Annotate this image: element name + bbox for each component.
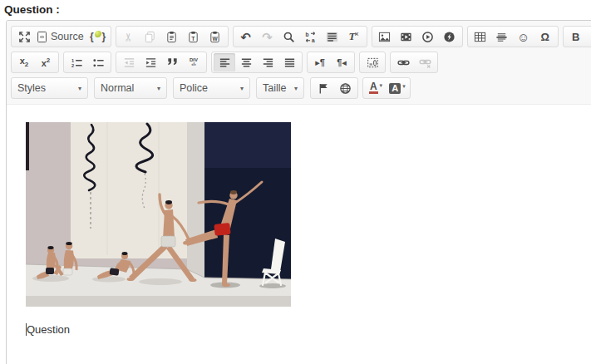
globe-icon — [339, 82, 352, 95]
flash-button[interactable] — [439, 27, 460, 46]
outdent-icon — [123, 57, 135, 69]
paste-word-icon: W — [209, 31, 221, 43]
paste-as-text-button[interactable]: T — [183, 27, 204, 46]
find-button[interactable] — [278, 27, 300, 46]
source-icon: ‹› — [36, 31, 48, 43]
source-button[interactable]: ‹›Source — [35, 27, 87, 46]
play-icon — [421, 31, 434, 43]
smiley-button[interactable]: ☺ — [513, 27, 534, 46]
remove-format-icon: T× — [349, 30, 359, 43]
align-left-icon — [219, 57, 231, 69]
toolbar-group — [390, 52, 438, 73]
styles-select-label: Styles — [17, 82, 46, 94]
align-justify-icon — [283, 57, 296, 69]
toolbar-group: A▾A▾ — [362, 77, 411, 99]
align-right-icon — [262, 57, 274, 69]
paste-button[interactable] — [161, 27, 183, 46]
align-center-button[interactable] — [235, 53, 257, 71]
media-embed-button[interactable] — [396, 27, 417, 46]
hrule-icon — [495, 31, 508, 43]
svg-text:T: T — [191, 35, 195, 41]
rtl-icon: ¶◂ — [337, 57, 347, 68]
copy-button — [140, 27, 161, 46]
bold-icon: B — [572, 32, 579, 42]
subscript-button[interactable]: x2 — [13, 53, 35, 71]
format-select[interactable]: Normal▾ — [94, 77, 167, 99]
insert-table-button[interactable] — [470, 27, 491, 46]
editor-toolbar: ‹›Source{}✂TW↶↷baT×☺ΩBIUx2x212DIV‹/›▸¶¶◂… — [7, 21, 591, 105]
maximize-button[interactable] — [13, 27, 35, 46]
copy-icon — [144, 31, 156, 43]
superscript-button[interactable]: x2 — [35, 53, 57, 71]
indent-button[interactable] — [140, 53, 161, 71]
svg-text:2: 2 — [71, 63, 73, 68]
paste-text-icon: T — [187, 31, 199, 43]
editor-content[interactable]: Five young male dancers on a minimalist … — [7, 105, 591, 336]
blockquote-button[interactable] — [161, 53, 183, 71]
size-select[interactable]: Taille▾ — [256, 77, 304, 99]
replace-button[interactable]: ba — [300, 27, 322, 46]
oembed-button[interactable] — [417, 27, 439, 46]
font-select-label: Police — [180, 82, 208, 94]
bulleted-list-button[interactable] — [87, 53, 109, 71]
image-icon — [378, 31, 391, 43]
paste-from-word-button[interactable]: W — [204, 27, 226, 46]
chevron-down-icon: ▾ — [294, 85, 298, 92]
replace-icon: ba — [304, 31, 317, 43]
svg-text:a: a — [312, 37, 315, 42]
unlink-button — [414, 53, 436, 71]
align-right-button[interactable] — [257, 53, 278, 71]
svg-text:1: 1 — [71, 57, 73, 62]
unlink-icon — [419, 57, 431, 69]
bgcolor-icon: A▾ — [389, 83, 405, 94]
div-icon: DIV‹/› — [190, 58, 198, 67]
ul-icon — [92, 57, 105, 69]
insert-image-button[interactable] — [374, 27, 396, 46]
cut-icon: ✂ — [124, 32, 133, 42]
toolbar-group — [211, 52, 303, 73]
token-icon: {} — [90, 31, 106, 42]
show-blocks-button[interactable] — [362, 53, 383, 71]
styles-select[interactable]: Styles▾ — [11, 77, 88, 99]
sub-icon: x2 — [20, 57, 29, 68]
horizontal-rule-button[interactable] — [491, 27, 513, 46]
flag-icon — [318, 82, 330, 95]
toolbar-group: DIV‹/› — [116, 52, 207, 73]
chevron-down-icon: ▾ — [78, 85, 81, 92]
align-left-button[interactable] — [214, 53, 235, 71]
bidi-rtl-button[interactable]: ¶◂ — [331, 53, 352, 71]
link-button[interactable] — [392, 53, 414, 71]
italic-button[interactable]: I — [587, 27, 591, 46]
font-select[interactable]: Police▾ — [173, 77, 250, 99]
align-justify-button[interactable] — [278, 53, 300, 71]
content-paragraph[interactable]: Question — [26, 323, 591, 336]
quote-icon — [166, 57, 179, 69]
omega-icon: Ω — [540, 32, 549, 42]
numbered-list-button[interactable]: 12 — [66, 53, 87, 71]
cut-button: ✂ — [118, 27, 140, 46]
table-icon — [474, 31, 486, 43]
source-label: Source — [51, 31, 84, 42]
remove-format-button[interactable]: T× — [343, 27, 365, 46]
bidi-ltr-button[interactable]: ▸¶ — [309, 53, 331, 71]
chevron-down-icon: ▾ — [157, 85, 160, 92]
special-character-button[interactable]: Ω — [534, 27, 556, 46]
toolbar-group: BIU — [563, 26, 591, 47]
template-token-button[interactable]: {} — [87, 27, 109, 46]
smiley-icon: ☺ — [517, 31, 529, 43]
ltr-icon: ▸¶ — [315, 57, 325, 68]
redo-icon: ↷ — [262, 31, 273, 43]
maximize-icon — [18, 31, 31, 43]
iframe-globe-button[interactable] — [334, 79, 356, 97]
bold-button[interactable]: B — [565, 27, 587, 46]
undo-button[interactable]: ↶ — [235, 27, 257, 46]
select-all-button[interactable] — [322, 27, 343, 46]
div-container-button[interactable]: DIV‹/› — [183, 53, 204, 71]
outdent-button — [118, 53, 140, 71]
text-color-button[interactable]: A▾ — [365, 79, 387, 97]
anchor-button[interactable] — [313, 79, 334, 97]
size-select-label: Taille — [263, 82, 287, 94]
background-color-button[interactable]: A▾ — [387, 79, 408, 97]
content-image[interactable]: Five young male dancers on a minimalist … — [26, 122, 291, 307]
flash-icon — [443, 31, 456, 43]
